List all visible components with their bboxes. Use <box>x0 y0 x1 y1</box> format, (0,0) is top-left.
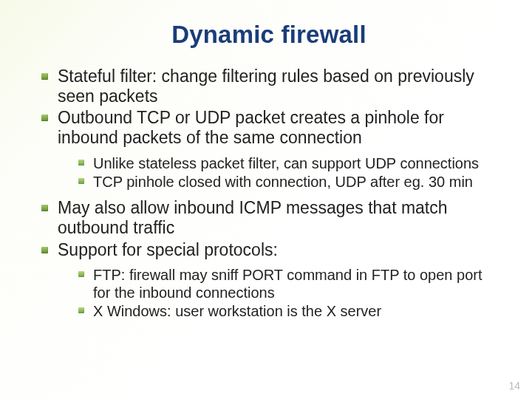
square-bullet-icon <box>78 160 84 166</box>
list-item-text: TCP pinhole closed with connection, UDP … <box>93 174 473 190</box>
slide-title: Dynamic firewall <box>41 21 497 49</box>
square-bullet-icon <box>78 178 84 184</box>
bullet-list-level2: FTP: firewall may sniff PORT command in … <box>78 266 497 321</box>
square-bullet-icon <box>41 247 48 253</box>
page-number: 14 <box>508 380 520 392</box>
square-bullet-icon <box>41 115 48 121</box>
list-item-text: May also allow inbound ICMP messages tha… <box>58 198 448 237</box>
square-bullet-icon <box>41 205 48 211</box>
list-item-text: Unlike stateless packet filter, can supp… <box>93 155 479 171</box>
list-item: X Windows: user workstation is the X ser… <box>78 302 497 320</box>
list-item: TCP pinhole closed with connection, UDP … <box>78 173 497 191</box>
list-item: Support for special protocols: FTP: fire… <box>41 240 497 321</box>
square-bullet-icon <box>78 271 84 277</box>
list-item: Unlike stateless packet filter, can supp… <box>78 154 497 172</box>
bullet-list-level1: Stateful filter: change filtering rules … <box>41 66 497 321</box>
list-item: May also allow inbound ICMP messages tha… <box>41 198 497 238</box>
square-bullet-icon <box>78 307 84 313</box>
list-item-text: X Windows: user workstation is the X ser… <box>93 303 381 319</box>
list-item-text: Outbound TCP or UDP packet creates a pin… <box>58 108 444 147</box>
bullet-list-level2: Unlike stateless packet filter, can supp… <box>78 154 497 191</box>
list-item-text: Support for special protocols: <box>58 240 278 259</box>
list-item: Outbound TCP or UDP packet creates a pin… <box>41 108 497 191</box>
list-item-text: Stateful filter: change filtering rules … <box>58 66 474 106</box>
list-item: Stateful filter: change filtering rules … <box>41 66 497 106</box>
list-item-text: FTP: firewall may sniff PORT command in … <box>93 267 482 301</box>
list-item: FTP: firewall may sniff PORT command in … <box>78 266 497 302</box>
square-bullet-icon <box>41 73 48 80</box>
